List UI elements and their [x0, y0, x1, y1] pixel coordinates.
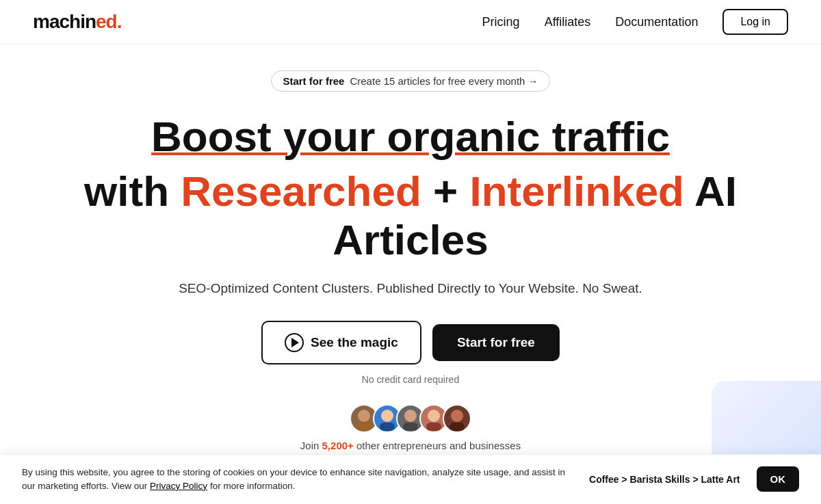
- nav-links: Pricing Affiliates Documentation Log in: [482, 9, 788, 35]
- breadcrumb-text: Coffee > Barista Skills > Latte Art: [589, 474, 740, 485]
- svg-rect-7: [426, 423, 441, 431]
- cookie-ok-button[interactable]: OK: [757, 466, 800, 492]
- nav-pricing[interactable]: Pricing: [482, 15, 520, 29]
- headline-line2: with Researched + Interlinked AI Article…: [51, 167, 770, 265]
- nav-affiliates[interactable]: Affiliates: [545, 15, 591, 29]
- join-prefix: Join: [300, 440, 322, 451]
- avatar-row: [350, 404, 471, 433]
- subheadline: SEO-Optimized Content Clusters. Publishe…: [179, 281, 642, 296]
- promo-badge[interactable]: Start for free Create 15 articles for fr…: [271, 70, 549, 92]
- cookie-text: By using this website, you agree to the …: [22, 466, 567, 494]
- join-count: 5,200+: [322, 440, 354, 451]
- headline-interlinked: Interlinked: [469, 168, 684, 215]
- svg-rect-5: [403, 423, 418, 431]
- headline-underline: Boost your organic traffic: [151, 113, 670, 160]
- play-triangle: [291, 338, 299, 347]
- nav-documentation[interactable]: Documentation: [615, 15, 698, 29]
- svg-rect-9: [449, 423, 465, 431]
- avatar-face-5: [445, 406, 469, 431]
- svg-rect-1: [356, 423, 372, 431]
- play-icon: [285, 333, 304, 352]
- svg-point-6: [428, 410, 440, 422]
- svg-rect-3: [380, 423, 395, 431]
- see-magic-label: See the magic: [311, 335, 398, 350]
- corner-decoration: [712, 381, 821, 463]
- svg-point-4: [404, 410, 417, 422]
- navbar: machined. Pricing Affiliates Documentati…: [0, 0, 821, 44]
- avatar-5: [443, 404, 471, 433]
- logo-dot: ed.: [96, 11, 121, 32]
- join-suffix: other entrepreneurs and businesses: [354, 440, 521, 451]
- headline-line1: Boost your organic traffic: [151, 114, 670, 160]
- logo[interactable]: machined.: [33, 11, 122, 33]
- headline-plus: +: [421, 168, 470, 215]
- start-free-button[interactable]: Start for free: [432, 324, 560, 361]
- svg-point-0: [358, 410, 370, 422]
- headline-researched: Researched: [181, 168, 421, 215]
- svg-point-2: [381, 410, 393, 422]
- cookie-text-after: for more information.: [207, 481, 295, 491]
- headline-with: with: [84, 168, 181, 215]
- svg-point-8: [451, 410, 463, 422]
- no-credit-card-text: No credit card required: [362, 374, 459, 385]
- badge-label: Start for free: [283, 75, 344, 87]
- badge-text: Create 15 articles for free every month …: [350, 75, 538, 87]
- see-magic-button[interactable]: See the magic: [261, 321, 421, 364]
- cookie-right: Coffee > Barista Skills > Latte Art OK: [589, 466, 799, 492]
- cta-row: See the magic Start for free: [261, 321, 560, 364]
- login-button[interactable]: Log in: [722, 9, 788, 35]
- privacy-policy-link[interactable]: Privacy Policy: [150, 481, 207, 491]
- cookie-banner: By using this website, you agree to the …: [0, 454, 821, 505]
- join-text: Join 5,200+ other entrepreneurs and busi…: [300, 440, 521, 451]
- hero-section: Start for free Create 15 articles for fr…: [0, 44, 821, 451]
